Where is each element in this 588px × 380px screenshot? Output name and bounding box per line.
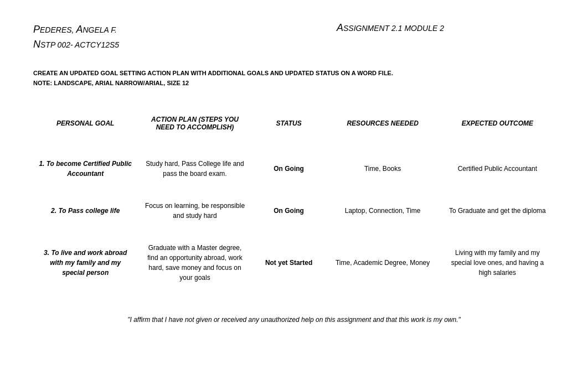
header-status: STATUS xyxy=(252,105,326,148)
outcome-3: Living with my family and my special lov… xyxy=(440,232,555,294)
assignment-block: ASSIGNMENT 2.1 MODULE 2 xyxy=(337,22,444,34)
header-section: PEDERES, ANGELA F. NSTP 002- ACTCY12S5 A… xyxy=(33,22,555,52)
assignment-rest: SSIGNMENT 2.1 MODULE 2 xyxy=(343,24,444,33)
goal-table: PERSONAL GOAL ACTION PLAN (STEPS YOU NEE… xyxy=(33,105,555,294)
resources-2: Laptop, Connection, Time xyxy=(326,190,440,232)
table-row: 2. To Pass college life Focus on learnin… xyxy=(33,190,555,232)
status-1: On Going xyxy=(252,148,326,190)
instructions: CREATE AN UPDATED GOAL SETTING ACTION PL… xyxy=(33,69,555,88)
status-2: On Going xyxy=(252,190,326,232)
table-row: 3. To live and work abroad with my famil… xyxy=(33,232,555,294)
name-rest2: NGELA F. xyxy=(82,25,116,34)
table-row: 1. To become Certified Public Accountant… xyxy=(33,148,555,190)
resources-1: Time, Books xyxy=(326,148,440,190)
action-1: Study hard, Pass College life and pass t… xyxy=(137,148,252,190)
resources-3: Time, Academic Degree, Money xyxy=(326,232,440,294)
table-wrapper: PERSONAL GOAL ACTION PLAN (STEPS YOU NEE… xyxy=(33,105,555,294)
outcome-1: Certified Public Accountant xyxy=(440,148,555,190)
action-3: Graduate with a Master degree, find an o… xyxy=(137,232,252,294)
outcome-2: To Graduate and get the diploma xyxy=(440,190,555,232)
header-action-plan: ACTION PLAN (STEPS YOU NEED TO ACCOMPLIS… xyxy=(137,105,252,148)
student-rest: STP 002- ACTCY12S5 xyxy=(40,40,119,49)
goal-3: 3. To live and work abroad with my famil… xyxy=(33,232,137,294)
status-3: Not yet Started xyxy=(252,232,326,294)
name-first-letter: P xyxy=(33,24,40,35)
instruction-line2: NOTE: LANDSCAPE, ARIAL NARROW/ARIAL, SIZ… xyxy=(33,79,555,89)
goal-2: 2. To Pass college life xyxy=(33,190,137,232)
assignment-prefix: A xyxy=(337,22,343,33)
action-2: Focus on learning, be responsible and st… xyxy=(137,190,252,232)
student-prefix: N xyxy=(33,39,40,50)
pledge-text: "I affirm that I have not given or recei… xyxy=(33,316,555,324)
instruction-line1: CREATE AN UPDATED GOAL SETTING ACTION PL… xyxy=(33,69,555,79)
table-header-row: PERSONAL GOAL ACTION PLAN (STEPS YOU NEE… xyxy=(33,105,555,148)
header-resources: RESOURCES NEEDED xyxy=(326,105,440,148)
name-block: PEDERES, ANGELA F. NSTP 002- ACTCY12S5 xyxy=(33,22,119,52)
name-rest: EDERES, xyxy=(40,25,76,34)
goal-1: 1. To become Certified Public Accountant xyxy=(33,148,137,190)
header-outcome: EXPECTED OUTCOME xyxy=(440,105,555,148)
name-first2-letter: A xyxy=(76,24,82,35)
header-personal-goal: PERSONAL GOAL xyxy=(33,105,137,148)
